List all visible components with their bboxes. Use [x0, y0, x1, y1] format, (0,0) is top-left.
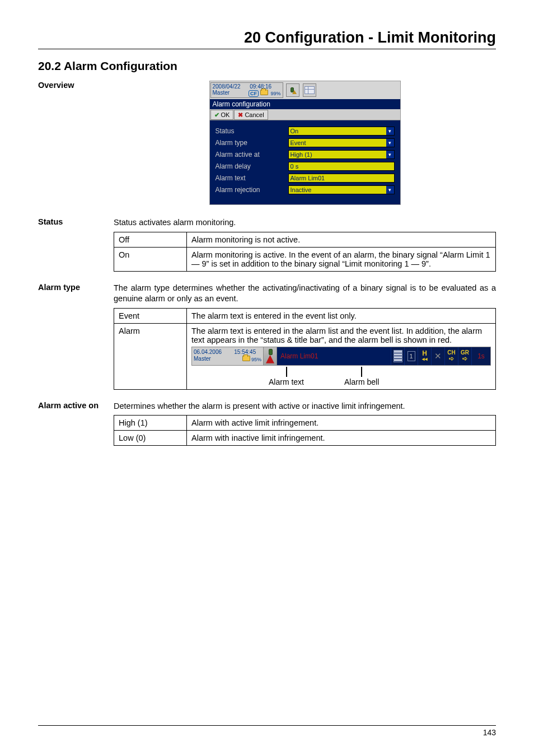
- cell-val: Alarm with inactive limit infringement.: [187, 431, 496, 446]
- chapter-title: 20 Configuration - Limit Monitoring: [38, 29, 496, 46]
- active-label: Alarm active at: [216, 151, 288, 158]
- table-row: Low (0)Alarm with inactive limit infring…: [114, 431, 496, 446]
- status-select[interactable]: On: [288, 127, 395, 136]
- alarm-type-table: EventThe alarm text is entered in the ev…: [114, 308, 496, 390]
- cell-key: Off: [114, 232, 187, 247]
- delay-input[interactable]: 0 s: [288, 162, 395, 171]
- cf-icon: CF: [249, 90, 259, 97]
- pct-text: 99%: [270, 91, 280, 96]
- overview-label: Overview: [38, 81, 114, 205]
- cancel-button[interactable]: ✖Cancel: [234, 110, 268, 120]
- bar-alarm-text: Alarm Lim01: [277, 347, 391, 365]
- data-icon[interactable]: [391, 347, 404, 365]
- table-row: High (1)Alarm with active limit infringe…: [114, 416, 496, 431]
- folder-icon: [242, 356, 250, 361]
- status-intro: Status activates alarm monitoring.: [114, 217, 496, 228]
- footer-rule: [38, 725, 496, 726]
- table-row: OnAlarm monitoring is active. In the eve…: [114, 247, 496, 271]
- x-icon: ✖: [238, 111, 243, 119]
- rej-select[interactable]: Inactive: [288, 185, 395, 194]
- cancel-label: Cancel: [245, 111, 264, 118]
- page-one-icon[interactable]: 1: [404, 347, 418, 365]
- type-select[interactable]: Event: [288, 138, 395, 147]
- alarm-bar-screenshot: 06.04.2006 15:54:45 Master 95% Alarm Lim…: [191, 347, 491, 386]
- cell-val: The alarm text is entered in the event l…: [187, 308, 496, 323]
- onesec-badge: 1s: [471, 347, 490, 365]
- screenshot-datetime: 2008/04/22 09:48:16 Master CF 99%: [210, 82, 283, 98]
- active-on-table: High (1)Alarm with active limit infringe…: [114, 415, 496, 446]
- status-heading: Status: [38, 217, 114, 277]
- cell-val: Alarm monitoring is active. In the event…: [187, 247, 496, 271]
- master-text: Master: [213, 90, 230, 97]
- callout-alarm-text: Alarm text: [269, 377, 304, 386]
- section-title: 20.2 Alarm Configuration: [38, 59, 496, 73]
- status-table: OffAlarm monitoring is not active. OnAla…: [114, 232, 496, 272]
- table-row: Alarm The alarm text is entered in the a…: [114, 323, 496, 389]
- date-text: 2008/04/22: [213, 83, 241, 90]
- ch-button[interactable]: CH➪: [444, 347, 458, 365]
- alarm-config-screenshot: 2008/04/22 09:48:16 Master CF 99%: [209, 81, 401, 205]
- active-on-intro: Determines whether the alarm is present …: [114, 401, 496, 412]
- heading-rule: [38, 49, 496, 49]
- cell-key: High (1): [114, 416, 187, 431]
- cell-val: The alarm text is entered in the alarm l…: [187, 323, 496, 389]
- callout-alarm-bell: Alarm bell: [344, 377, 379, 386]
- screenshot-title: Alarm configuration: [210, 99, 400, 109]
- rewind-icon[interactable]: H◂◂: [418, 347, 431, 365]
- cell-val: Alarm monitoring is not active.: [187, 232, 496, 247]
- cell-key: Alarm: [114, 323, 187, 389]
- time-text: 09:48:16: [250, 83, 271, 90]
- status-label: Status: [216, 127, 288, 135]
- ok-button[interactable]: ✔OK: [210, 110, 234, 120]
- alarm-type-heading: Alarm type: [38, 283, 114, 395]
- bar-pct: 95%: [251, 357, 261, 362]
- bell-icon: [264, 347, 277, 365]
- text-input[interactable]: Alarm Lim01: [288, 174, 395, 183]
- table-icon: [303, 83, 316, 97]
- gr-button[interactable]: GR➪: [458, 347, 471, 365]
- bar-datetime: 06.04.2006 15:54:45 Master 95%: [192, 347, 264, 365]
- rej-label: Alarm rejection: [216, 186, 288, 194]
- tools-icon[interactable]: ✕: [431, 347, 444, 365]
- text-label: Alarm text: [216, 174, 288, 182]
- type-label: Alarm type: [216, 139, 288, 147]
- check-icon: ✔: [214, 111, 219, 119]
- table-row: EventThe alarm text is entered in the ev…: [114, 308, 496, 323]
- active-on-heading: Alarm active on: [38, 401, 114, 452]
- cell-key: Event: [114, 308, 187, 323]
- alarm-type-intro: The alarm type determines whether the ac…: [114, 283, 496, 305]
- cell-key: On: [114, 247, 187, 271]
- cell-val: Alarm with active limit infringement.: [187, 416, 496, 431]
- folder-icon: [260, 90, 268, 95]
- ok-label: OK: [221, 111, 230, 118]
- cell-key: Low (0): [114, 431, 187, 446]
- alert-icon: [286, 83, 299, 97]
- table-row: OffAlarm monitoring is not active.: [114, 232, 496, 247]
- page-number: 143: [38, 728, 496, 737]
- active-select[interactable]: High (1): [288, 150, 395, 159]
- screenshot-topbar: 2008/04/22 09:48:16 Master CF 99%: [210, 81, 400, 99]
- delay-label: Alarm delay: [216, 162, 288, 170]
